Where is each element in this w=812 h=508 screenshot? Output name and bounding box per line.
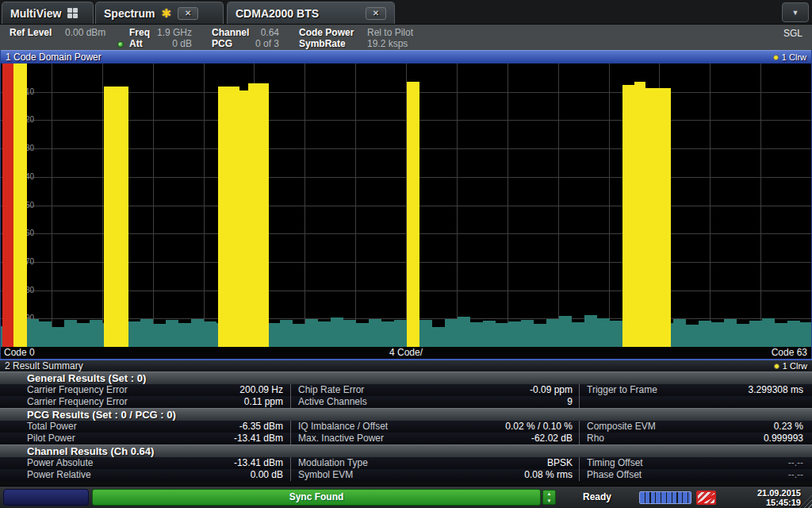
result-value: -13.41 dBm [234,457,283,469]
result-value: -13.41 dBm [234,433,283,444]
result-label: Carrier Frequency Error [27,396,128,408]
channel-value[interactable]: 0.64 [238,27,279,38]
channel-bar-code-50 [634,82,645,347]
settings-bar: Ref Level 0.00 dBm Freq 1.9 GHz Channel … [0,24,812,50]
inactive-code-bar [166,320,178,347]
result-value: 0.08 % rms [524,469,573,481]
section-header: PCG Results (Set : 0 / PCG : 0) [0,408,812,421]
inactive-code-bar [749,321,762,347]
inactive-code-bar [343,320,356,347]
result-label: Composite EVM [587,421,656,433]
inactive-code-bar [737,324,749,347]
inactive-code-bar [432,327,445,347]
result-row: Pilot Power-13.41 dBmMax. Inactive Power… [0,433,812,444]
inactive-code-bar [673,319,686,347]
inactive-code-bar [356,323,369,347]
pcg-value[interactable]: 0 of 3 [238,38,279,49]
code-power-label[interactable]: Code Power [299,27,354,38]
inactive-code-bar [597,318,610,347]
inactive-code-bar [559,316,572,347]
tab-cdma2000-close-icon[interactable]: ✕ [366,7,386,20]
channel-bar-codes-20-21 [248,83,269,347]
pcg-label[interactable]: PCG [212,38,232,49]
resize-grip-icon[interactable] [799,495,812,508]
att-value[interactable]: 0 dB [152,38,192,49]
result-cell: Max. Inactive Power-62.02 dB [291,433,580,444]
inactive-code-bar [140,319,153,347]
result-cell: Timing Offset--.-- [580,457,812,469]
inactive-code-bar [64,320,77,347]
ref-level-value[interactable]: 0.00 dBm [65,27,105,38]
channel-bar-codes-17-18 [218,87,239,347]
inactive-code-bar [369,319,381,347]
result-summary-table: General Results (Set : 0)Carrier Frequen… [0,371,812,481]
freq-label[interactable]: Freq [129,27,150,38]
channel-bar-code-32 [407,82,419,347]
inactive-code-bar [178,323,191,347]
tab-spectrum-close-icon[interactable]: ✕ [178,7,198,20]
result-cell: Rho0.999993 [580,433,812,444]
result-row: Power Absolute-13.41 dBmModulation TypeB… [0,457,812,469]
star-icon: ✱ [162,6,172,21]
analyzer-screen: MultiView Spectrum ✱ ✕ CDMA2000 BTS ✕ ▼ … [0,0,812,508]
inactive-code-bar [496,323,508,347]
channel-bar-codes-51-52 [645,88,671,347]
inactive-code-bar [762,318,775,347]
x-axis-end-label: Code 63 [772,347,807,358]
result-cell: Carrier Frequency Error200.09 Hz [0,384,291,396]
result-label: Max. Inactive Power [298,433,384,444]
trace-dot-icon [774,364,779,369]
result-cell: Pilot Power-13.41 dBm [0,433,291,444]
channel-bar-selected-code-0 [2,64,13,347]
result-value: 0.02 % / 0.10 % [505,421,573,433]
chevron-down-icon[interactable]: ▼ [782,2,809,22]
code-power-value[interactable]: Rel to Pilot [367,27,413,38]
tab-multiview-label: MultiView [10,7,61,20]
inactive-code-bar [699,321,711,347]
multiview-grid-icon [67,8,78,18]
inactive-code-bar [508,321,521,347]
status-bar: Sync Found ▲▼ Ready 21.09.2015 15:45:19 [0,486,812,508]
ref-level-label[interactable]: Ref Level [10,27,52,38]
result-row: Carrier Frequency Error0.11 ppmActive Ch… [0,396,812,408]
x-axis-start-label: Code 0 [4,347,35,358]
section-header: Channel Results (Ch 0.64) [0,444,812,457]
result-cell: Carrier Frequency Error0.11 ppm [0,396,291,408]
inactive-code-bar [394,320,407,347]
tab-cdma2000-bts[interactable]: CDMA2000 BTS ✕ [227,2,395,24]
freq-value[interactable]: 1.9 GHz [152,27,192,38]
inactive-code-bar [267,323,280,347]
hardware-status-button[interactable] [3,489,89,506]
inactive-code-bar [711,322,724,347]
inactive-code-bar [521,320,534,347]
inactive-code-bar [305,319,318,347]
inactive-code-bar [534,324,546,347]
result-label: Power Absolute [27,457,93,469]
symbrate-value[interactable]: 19.2 ksps [367,38,408,49]
inactive-code-bar [610,321,622,347]
code-domain-power-titlebar: 1 Code Domain Power 1 Clrw [1,50,811,64]
x-axis-scale-label: 4 Code/ [389,347,423,358]
result-value: -0.09 ppm [530,384,573,396]
time: 15:45:19 [757,498,801,507]
symbrate-label[interactable]: SymbRate [299,38,346,49]
inactive-code-bar [724,319,737,347]
message-stepper[interactable]: ▲▼ [542,490,556,505]
inactive-code-bar [90,320,102,347]
result-label: Power Relative [27,469,91,481]
result-label: Active Channels [298,396,367,408]
att-label[interactable]: Att [129,38,143,49]
result-label: Total Power [27,421,77,433]
section-header: General Results (Set : 0) [0,371,812,384]
result-cell: Trigger to Frame3.299308 ms [580,384,812,396]
tab-multiview[interactable]: MultiView [2,2,94,24]
result-summary-window: 2 Result Summary 1 Clrw General Results … [0,359,812,481]
inactive-code-bar [77,323,90,347]
window2-title: 2 Result Summary [5,360,83,371]
tab-spectrum[interactable]: Spectrum ✱ ✕ [95,2,224,24]
inactive-code-bar [26,319,39,347]
channel-bar-code-1 [13,64,27,347]
trace-dot-icon [773,55,779,60]
result-value: 9 [567,396,573,408]
window1-title: 1 Code Domain Power [6,52,102,63]
